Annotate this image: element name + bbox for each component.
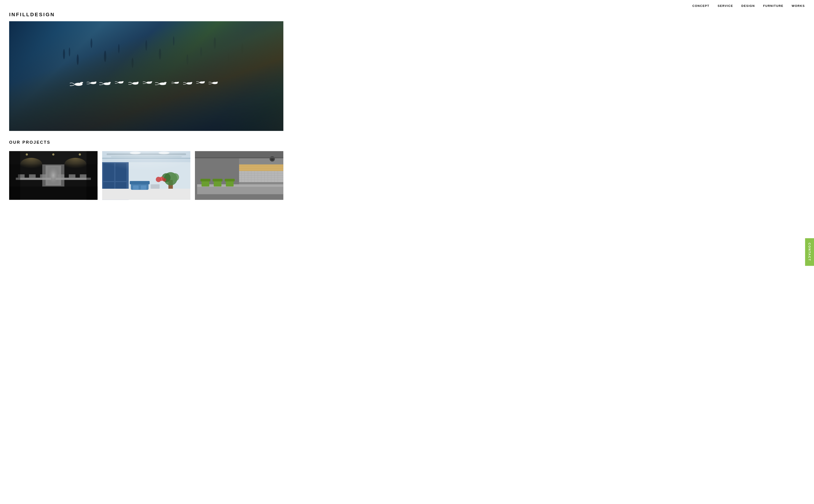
svg-rect-69 (102, 151, 191, 184)
project-image-2 (102, 150, 191, 201)
svg-rect-101 (213, 179, 223, 181)
svg-rect-65 (133, 186, 138, 190)
svg-rect-75 (239, 165, 283, 165)
site-header: CONCEPT SERVICE DESIGN FURNITURE WORKS (0, 0, 814, 12)
project-card-1[interactable] (9, 150, 98, 201)
svg-rect-99 (200, 179, 210, 181)
svg-rect-57 (151, 184, 160, 189)
svg-rect-78 (239, 170, 283, 171)
main-content: INFILLDESIGN (0, 12, 814, 201)
projects-section-title: OUR PROJECTS (9, 140, 805, 145)
project-card-2[interactable] (102, 150, 191, 201)
svg-rect-41 (9, 151, 98, 200)
hero-birds-svg (50, 74, 242, 93)
svg-rect-43 (86, 151, 97, 200)
main-nav: CONCEPT SERVICE DESIGN FURNITURE WORKS (692, 4, 805, 8)
site-title: INFILLDESIGN (9, 12, 805, 18)
svg-rect-42 (9, 151, 20, 200)
project-image-3 (195, 150, 283, 201)
svg-rect-76 (239, 167, 283, 167)
nav-item-works[interactable]: WORKS (792, 4, 805, 8)
projects-grid (9, 150, 283, 201)
svg-rect-77 (239, 168, 283, 169)
svg-rect-71 (195, 151, 283, 158)
svg-rect-96 (197, 184, 283, 187)
svg-rect-66 (141, 186, 146, 190)
hero-image (9, 21, 283, 131)
svg-rect-74 (239, 164, 283, 171)
nav-item-design[interactable]: DESIGN (741, 4, 755, 8)
nav-item-concept[interactable]: CONCEPT (692, 4, 709, 8)
project-card-3[interactable] (195, 150, 283, 201)
svg-rect-107 (195, 157, 283, 158)
svg-rect-103 (225, 179, 235, 181)
nav-item-furniture[interactable]: FURNITURE (763, 4, 783, 8)
hero-image-container (9, 21, 283, 131)
svg-rect-54 (102, 189, 191, 200)
svg-rect-106 (195, 194, 283, 200)
nav-item-service[interactable]: SERVICE (718, 4, 733, 8)
project-image-1 (9, 150, 98, 201)
